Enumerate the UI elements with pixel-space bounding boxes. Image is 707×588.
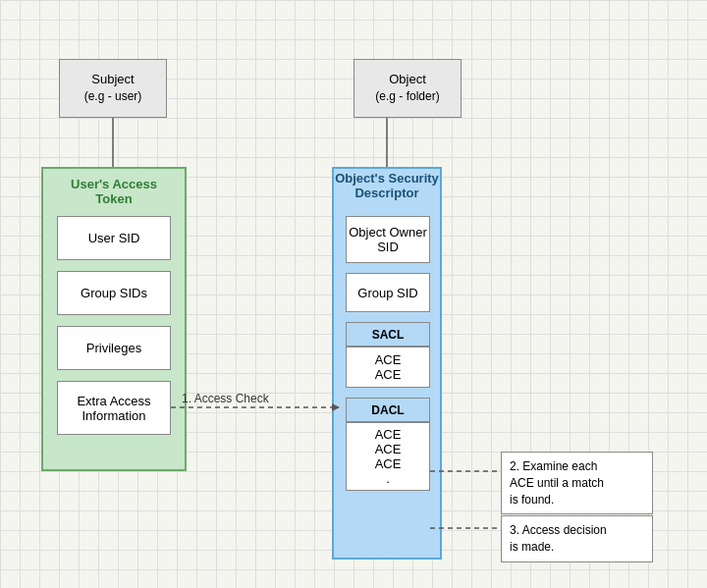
uat-group-sids-label: Group SIDs [81,286,147,300]
uat-user-sid-label: User SID [88,231,140,245]
subject-label: Subject(e.g - user) [84,72,142,105]
uat-title: User's AccessToken [41,171,187,206]
osd-sacl-aces: ACEACE [346,347,430,388]
uat-extra-access: Extra AccessInformation [57,381,171,435]
object-label: Object(e.g - folder) [375,72,439,105]
annotation-decision-text: 3. Access decisionis made. [510,523,607,554]
annotation-examine: 2. Examine eachACE until a matchis found… [501,452,653,514]
osd-dacl-aces: ACEACEACE. [346,422,430,491]
osd-group-sid: Group SID [346,273,430,312]
annotation-examine-text: 2. Examine eachACE until a matchis found… [510,459,604,507]
osd-group-sid-label: Group SID [357,286,417,300]
object-box: Object(e.g - folder) [354,59,462,118]
uat-user-sid: User SID [57,216,171,260]
uat-privileges-label: Privileges [86,341,141,355]
subject-box: Subject(e.g - user) [59,59,167,118]
osd-dacl-aces-label: ACEACEACE. [375,427,402,486]
osd-dacl-label: DACL [346,398,430,422]
osd-owner-sid-label: Object OwnerSID [349,225,426,254]
annotation-decision: 3. Access decisionis made. [501,515,653,562]
uat-privileges: Privileges [57,326,171,370]
uat-group-sids: Group SIDs [57,271,171,315]
osd-sacl-aces-label: ACEACE [375,352,402,382]
osd-title: Object's SecurityDescriptor [332,171,442,200]
osd-dacl-text: DACL [371,403,404,417]
osd-sacl-text: SACL [372,328,405,342]
uat-extra-access-label: Extra AccessInformation [77,394,150,423]
osd-owner-sid: Object OwnerSID [346,216,430,263]
osd-sacl-label: SACL [346,322,430,347]
access-check-label: 1. Access Check [182,392,270,405]
